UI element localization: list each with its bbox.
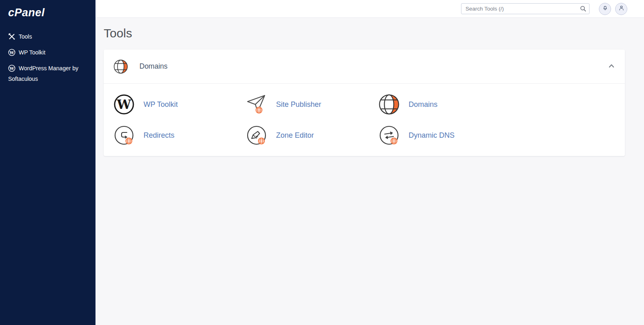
chevron-up-icon — [608, 62, 615, 71]
notifications-button[interactable] — [599, 3, 611, 15]
cpanel-logo[interactable]: cPanel — [8, 6, 95, 19]
tool-domains[interactable]: Domains — [379, 94, 511, 115]
tool-redirects[interactable]: Redirects — [113, 125, 246, 146]
tool-label: Domains — [409, 100, 437, 109]
sidebar: cPanel Tools W WP Toolkit — [0, 0, 96, 325]
tool-label: Dynamic DNS — [409, 131, 455, 140]
tool-label: Zone Editor — [276, 131, 314, 140]
search-icon — [580, 5, 587, 14]
page-title: Tools — [104, 26, 625, 41]
crossed-tools-icon — [8, 33, 15, 40]
tool-wp-toolkit[interactable]: W WP Toolkit — [113, 94, 246, 115]
section-title: Domains — [139, 62, 168, 71]
tool-site-publisher[interactable]: Site Publisher — [246, 94, 379, 115]
topbar — [96, 0, 644, 18]
user-icon — [618, 4, 625, 13]
collapse-section-button[interactable] — [608, 62, 615, 71]
sidebar-item-label: Tools — [19, 33, 32, 40]
globe-icon — [113, 59, 128, 74]
tool-zone-editor[interactable]: Zone Editor — [246, 125, 379, 146]
search-box — [461, 3, 590, 14]
domains-section-header[interactable]: Domains — [104, 50, 625, 83]
wordpress-icon: W — [8, 65, 15, 72]
sidebar-item-tools[interactable]: Tools — [8, 31, 89, 42]
pencil-edit-icon — [246, 125, 267, 146]
content: Tools Domains — [96, 18, 644, 325]
tool-label: Redirects — [144, 131, 174, 140]
svg-text:W: W — [9, 66, 14, 71]
swap-arrows-icon — [379, 125, 400, 146]
sidebar-item-label: WP Toolkit — [19, 49, 46, 56]
wordpress-icon: W — [8, 49, 15, 56]
site-publisher-icon — [246, 94, 267, 115]
wordpress-icon: W — [113, 94, 135, 115]
notification-bell-icon — [602, 4, 609, 13]
globe-icon — [379, 94, 400, 115]
domains-card: Domains W — [104, 50, 625, 156]
user-menu-button[interactable] — [615, 3, 627, 15]
sidebar-item-wp-toolkit[interactable]: W WP Toolkit — [8, 47, 89, 58]
svg-text:W: W — [9, 50, 14, 55]
tool-label: WP Toolkit — [144, 100, 178, 109]
tools-grid: W WP Toolkit — [104, 84, 625, 156]
tool-dynamic-dns[interactable]: Dynamic DNS — [379, 125, 511, 146]
tool-label: Site Publisher — [276, 100, 321, 109]
search-input[interactable] — [461, 3, 590, 14]
sidebar-item-label: WordPress Manager by Softaculous — [8, 65, 78, 82]
svg-text:W: W — [117, 97, 132, 112]
sidebar-nav: Tools W WP Toolkit W WordPress Manager b… — [0, 31, 95, 84]
redirect-arrow-icon — [113, 125, 135, 146]
sidebar-item-wordpress-manager[interactable]: W WordPress Manager by Softaculous — [8, 63, 89, 84]
main-area: Tools Domains — [96, 0, 644, 325]
